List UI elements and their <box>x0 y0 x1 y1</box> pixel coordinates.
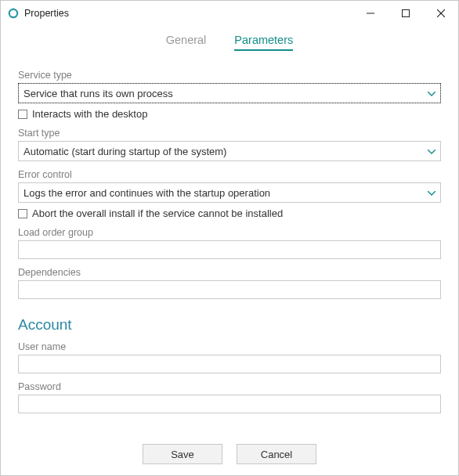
label-password: Password <box>18 381 441 392</box>
input-load-order-group[interactable] <box>18 240 441 259</box>
select-service-type[interactable]: Service that runs its own process <box>18 83 441 103</box>
minimize-button[interactable] <box>352 1 388 26</box>
select-service-type-value: Service that runs its own process <box>23 88 428 99</box>
label-user-name: User name <box>18 341 441 352</box>
tab-general[interactable]: General <box>166 34 207 51</box>
checkbox-interacts-desktop[interactable]: Interacts with the desktop <box>18 108 441 120</box>
checkbox-box <box>18 110 27 119</box>
footer: Save Cancel <box>1 431 458 475</box>
content-area: Service type Service that runs its own p… <box>1 56 458 431</box>
label-error-control: Error control <box>18 169 441 180</box>
titlebar: Properties <box>1 1 458 26</box>
label-start-type: Start type <box>18 128 441 139</box>
checkbox-label: Abort the overall install if the service… <box>32 207 283 219</box>
svg-rect-4 <box>402 10 409 17</box>
label-dependencies: Dependencies <box>18 267 441 278</box>
properties-window: Properties General Parameters Service ty… <box>0 0 459 476</box>
select-error-control[interactable]: Logs the error and continues with the st… <box>18 182 441 203</box>
checkbox-box <box>18 209 27 218</box>
window-controls <box>352 1 458 26</box>
maximize-button[interactable] <box>388 1 423 26</box>
window-title: Properties <box>24 8 69 19</box>
chevron-down-icon <box>428 88 436 99</box>
input-user-name[interactable] <box>18 355 441 373</box>
label-load-order-group: Load order group <box>18 227 441 238</box>
heading-account: Account <box>18 316 441 334</box>
close-button[interactable] <box>423 1 458 26</box>
checkbox-label: Interacts with the desktop <box>32 108 147 120</box>
input-dependencies[interactable] <box>18 280 441 299</box>
input-password[interactable] <box>18 395 441 413</box>
chevron-down-icon <box>428 146 436 157</box>
chevron-down-icon <box>428 187 436 198</box>
select-start-type[interactable]: Automatic (start during startup of the s… <box>18 141 441 161</box>
tabs: General Parameters <box>1 26 458 56</box>
app-icon <box>7 7 20 20</box>
select-error-control-value: Logs the error and continues with the st… <box>23 187 428 199</box>
checkbox-abort-install[interactable]: Abort the overall install if the service… <box>18 207 441 219</box>
select-start-type-value: Automatic (start during startup of the s… <box>23 146 428 157</box>
save-button[interactable]: Save <box>143 444 222 464</box>
tab-parameters[interactable]: Parameters <box>234 34 293 51</box>
label-service-type: Service type <box>18 70 441 81</box>
cancel-button[interactable]: Cancel <box>237 444 316 464</box>
svg-point-2 <box>13 8 15 10</box>
